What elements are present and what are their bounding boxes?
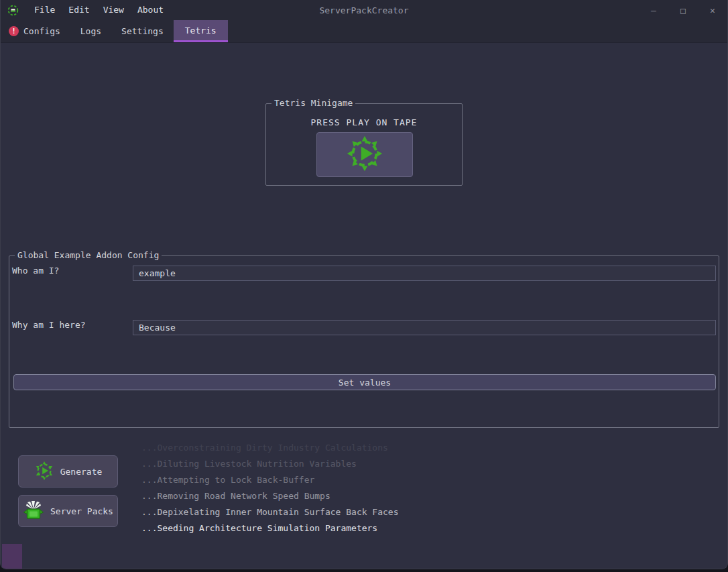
server-pack-box-icon <box>23 500 44 523</box>
play-circle-icon <box>346 135 383 174</box>
tab-configs[interactable]: ! Configs <box>1 20 70 42</box>
tab-settings[interactable]: Settings <box>111 20 174 42</box>
maximize-button[interactable]: □ <box>668 0 698 20</box>
press-play-label: PRESS PLAY ON TAPE <box>266 117 462 127</box>
tetris-minigame-group: Tetris Minigame PRESS PLAY ON TAPE <box>265 103 463 186</box>
generate-button[interactable]: Generate <box>18 455 118 488</box>
menubar: File Edit View About <box>27 0 170 20</box>
server-packs-button[interactable]: Server Packs <box>18 495 118 527</box>
generate-play-icon <box>34 461 54 483</box>
minimize-button[interactable]: — <box>639 0 668 20</box>
tetris-block <box>2 544 22 569</box>
tabbar: ! Configs Logs Settings Tetris <box>1 20 727 43</box>
status-line: ...Overconstraining Dirty Industry Calcu… <box>141 440 399 456</box>
set-values-button[interactable]: Set values <box>13 374 716 390</box>
status-log: ...Overconstraining Dirty Industry Calcu… <box>141 440 399 536</box>
server-packs-button-label: Server Packs <box>50 506 113 516</box>
close-button[interactable]: ✕ <box>698 0 727 20</box>
tab-logs-label: Logs <box>80 26 101 36</box>
status-line: ...Depixelating Inner Mountain Surface B… <box>141 504 399 520</box>
tab-tetris-label: Tetris <box>185 25 217 36</box>
menu-file[interactable]: File <box>27 0 62 20</box>
menu-edit[interactable]: Edit <box>62 0 96 20</box>
error-badge-icon: ! <box>9 26 19 36</box>
tab-tetris[interactable]: Tetris <box>174 20 228 42</box>
titlebar: File Edit View About ServerPackCreator —… <box>1 0 727 20</box>
why-am-i-here-label: Why am I here? <box>12 320 86 330</box>
addon-config-group: Global Example Addon Config Who am I? Wh… <box>9 255 719 428</box>
generate-button-label: Generate <box>60 467 103 477</box>
addon-group-title: Global Example Addon Config <box>15 250 162 260</box>
why-am-i-here-input[interactable] <box>133 320 716 335</box>
status-line: ...Removing Road Network Speed Bumps <box>141 488 399 504</box>
tab-logs[interactable]: Logs <box>70 20 111 42</box>
who-am-i-label: Who am I? <box>12 266 59 276</box>
tetris-group-title: Tetris Minigame <box>271 98 355 108</box>
tab-settings-label: Settings <box>121 26 164 36</box>
menu-about[interactable]: About <box>131 0 170 20</box>
app-logo-icon <box>6 3 19 17</box>
app-window: File Edit View About ServerPackCreator —… <box>0 0 728 569</box>
status-line: ...Attempting to Lock Back-Buffer <box>141 472 399 488</box>
menu-view[interactable]: View <box>97 0 131 20</box>
status-line: ...Seeding Architecture Simulation Param… <box>141 520 399 536</box>
status-line: ...Diluting Livestock Nutrition Variable… <box>141 456 399 472</box>
window-controls: — □ ✕ <box>639 0 727 20</box>
play-tetris-button[interactable] <box>316 132 413 177</box>
tab-configs-label: Configs <box>23 26 60 36</box>
who-am-i-input[interactable] <box>133 266 716 281</box>
